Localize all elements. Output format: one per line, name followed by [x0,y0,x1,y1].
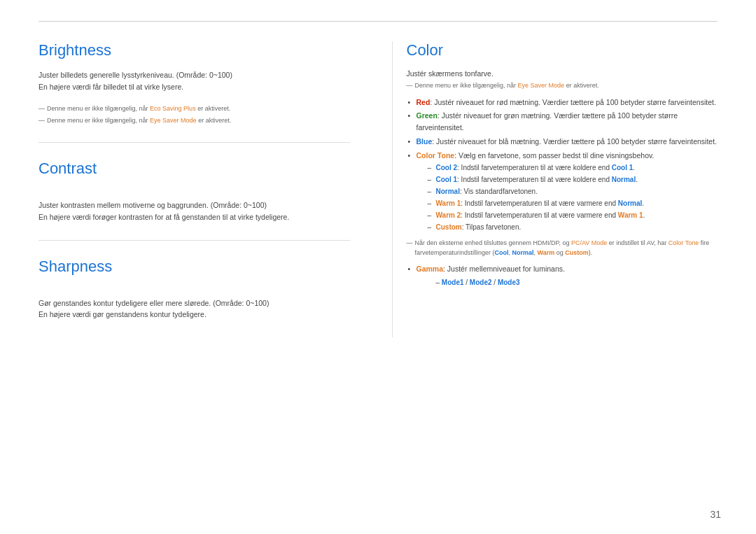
color-intro: Justér skærmens tonfarve. [407,69,718,78]
colortone-label: Color Tone [416,151,455,160]
colortone-warm2: Warm 2: Indstil farvetemperaturen til at… [428,210,718,221]
divider-2 [38,240,350,241]
brightness-section: Brightness Juster billedets generelle ly… [38,41,350,125]
green-label: Green [416,111,438,120]
red-text: : Justér niveauet for rød mætning. Værdi… [430,98,716,106]
green-text: : Justér niveauet for grøn mætning. Værd… [416,111,678,132]
contrast-desc1: Juster kontrasten mellem motiverne og ba… [38,199,350,211]
brightness-note2: ― Denne menu er ikke tilgængelig, når Ey… [38,116,350,126]
contrast-desc2: En højere værdi forøger kontrasten for a… [38,211,350,223]
color-note1-suffix: er aktiveret. [564,82,599,89]
color-bullet-colortone: Color Tone: Vælg en farvetone, som passe… [407,150,718,234]
color-bullet-red: Red: Justér niveauet for rød mætning. Væ… [407,97,718,108]
brightness-note2-link: Eye Saver Mode [150,117,197,124]
gamma-bullet: Gamma: Justér mellemniveauet for luminan… [407,263,718,288]
colortone-sub-list: Cool 2: Indstil farvetemperaturen til at… [428,162,718,233]
contrast-section: Contrast Juster kontrasten mellem motive… [38,160,350,223]
color-bullet-list: Red: Justér niveauet for rød mætning. Væ… [407,97,718,234]
sharpness-title: Sharpness [38,258,350,276]
colortone-cool2: Cool 2: Indstil farvetemperaturen til at… [428,162,718,174]
brightness-note2-prefix: Denne menu er ikke tilgængelig, når [47,117,150,124]
colortone-normal: Normal: Vis standardfarvetonen. [428,186,718,197]
color-bullet-blue: Blue: Justér niveauet for blå mætning. V… [407,136,718,148]
colortone-note: ― Når den eksterne enhed tilsluttes genn… [407,239,718,258]
sharpness-desc1: Gør genstandes kontur tydeligere eller m… [38,297,350,309]
divider-1 [38,142,350,143]
colortone-custom: Custom: Tilpas farvetonen. [428,222,718,233]
red-label: Red [416,98,430,106]
right-column: Color Justér skærmens tonfarve. ― Denne … [392,41,718,337]
brightness-note1: ― Denne menu er ikke tilgængelig, når Ec… [38,104,350,114]
blue-text: : Justér niveauet for blå mætning. Værdi… [432,137,717,146]
brightness-desc1: Juster billedets generelle lysstyrkenive… [38,69,350,81]
sharpness-section: Sharpness Gør genstandes kontur tydelige… [38,258,350,321]
brightness-note1-prefix: Denne menu er ikke tilgængelig, når [47,105,150,112]
contrast-body: Juster kontrasten mellem motiverne og ba… [38,188,350,223]
brightness-note2-suffix: er aktiveret. [197,117,232,124]
page-container: Brightness Juster billedets generelle ly… [0,0,756,534]
sharpness-desc2: En højere værdi gør genstandens kontur t… [38,309,350,321]
brightness-note1-link: Eco Saving Plus [150,105,196,112]
gamma-label: Gamma [416,265,444,273]
sharpness-body: Gør genstandes kontur tydeligere eller m… [38,286,350,321]
colortone-text: : Vælg en farvetone, som passer bedst ti… [454,151,654,160]
blue-label: Blue [416,137,433,146]
page-number: 31 [710,509,721,520]
top-border [38,21,718,22]
brightness-title: Brightness [38,41,350,59]
gamma-bullet-list: Gamma: Justér mellemniveauet for luminan… [407,263,718,288]
color-title: Color [407,41,718,59]
color-section: Color Justér skærmens tonfarve. ― Denne … [407,41,718,288]
two-column-layout: Brightness Juster billedets generelle ly… [38,41,718,337]
color-note1-link: Eye Saver Mode [518,82,565,89]
brightness-body: Juster billedets generelle lysstyrkenive… [38,69,350,125]
color-note1: ― Denne menu er ikke tilgængelig, når Ey… [407,81,718,91]
colortone-cool1: Cool 1: Indstil farvetemperaturen til at… [428,174,718,185]
gamma-sub: – Mode1 / Mode2 / Mode3 [436,276,718,288]
color-bullet-green: Green: Justér niveauet for grøn mætning.… [407,110,718,134]
colortone-warm1: Warm 1: Indstil farvetemperaturen til at… [428,198,718,209]
contrast-title: Contrast [38,160,350,178]
left-column: Brightness Juster billedets generelle ly… [38,41,364,337]
brightness-note1-suffix: er aktiveret. [196,105,231,112]
color-note1-prefix: Denne menu er ikke tilgængelig, når [415,82,518,89]
gamma-text: : Justér mellemniveauet for luminans. [443,265,565,273]
brightness-desc2: En højere værdi får billedet til at virk… [38,81,350,93]
